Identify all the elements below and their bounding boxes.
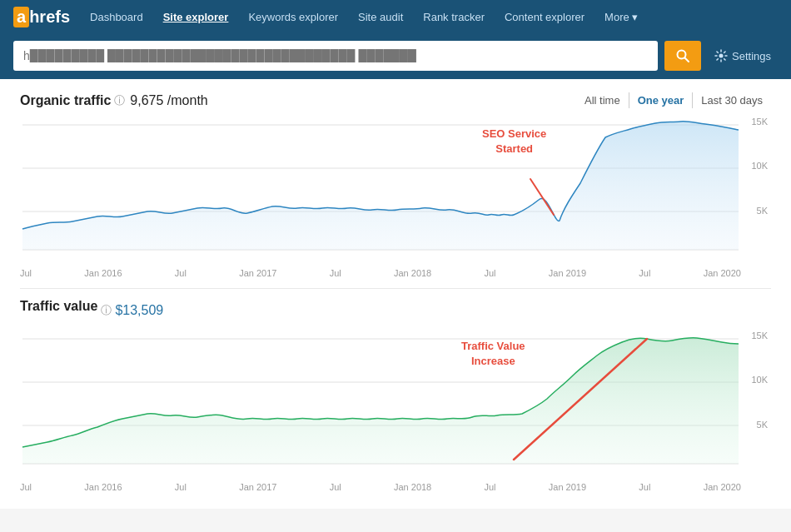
tv-y-label-5k: 5K xyxy=(757,420,768,430)
svg-line-1 xyxy=(685,58,689,62)
logo-a-letter: a xyxy=(13,7,29,27)
tv-x-label-jan-2019: Jan 2019 xyxy=(549,482,586,492)
time-filter-all-time[interactable]: All time xyxy=(576,92,629,108)
x-label-jan-2020: Jan 2020 xyxy=(704,268,741,278)
organic-traffic-title-group: Organic traffic ⓘ 9,675 /month xyxy=(20,93,208,108)
tv-x-label-jul: Jul xyxy=(20,482,32,492)
logo-rest: hrefs xyxy=(29,7,70,27)
traffic-value-header: Traffic value ⓘ $13,509 xyxy=(20,299,771,322)
search-button[interactable] xyxy=(664,41,701,71)
traffic-value-chart-wrapper: 15K 10K 5K xyxy=(20,331,771,480)
x-label-jul-2019: Jul xyxy=(639,268,650,278)
organic-traffic-info-icon[interactable]: ⓘ xyxy=(114,93,125,108)
tv-x-label-jul-2017: Jul xyxy=(330,482,341,492)
svg-point-2 xyxy=(719,54,724,58)
main-content: Organic traffic ⓘ 9,675 /month All time … xyxy=(0,79,791,509)
search-bar: Settings xyxy=(0,34,791,79)
organic-traffic-y-axis: 15K 10K 5K xyxy=(744,117,771,250)
x-label-jul-2018: Jul xyxy=(484,268,495,278)
organic-traffic-chart-wrapper: 15K 10K 5K xyxy=(20,117,771,266)
divider xyxy=(20,288,771,289)
time-filter-last-30-days[interactable]: Last 30 days xyxy=(693,92,771,108)
x-label-jul-2017: Jul xyxy=(330,268,341,278)
tv-x-label-jan-2020: Jan 2020 xyxy=(704,482,741,492)
organic-traffic-header: Organic traffic ⓘ 9,675 /month All time … xyxy=(20,92,771,108)
x-label-jan-2017: Jan 2017 xyxy=(239,268,276,278)
tv-x-label-jan-2016: Jan 2016 xyxy=(84,482,122,492)
traffic-value-chart-svg xyxy=(20,331,741,480)
x-label-jan-2016: Jan 2016 xyxy=(84,268,122,278)
x-label-jan-2019: Jan 2019 xyxy=(549,268,586,278)
logo: ahrefs xyxy=(13,7,70,27)
nav-site-explorer[interactable]: Site explorer xyxy=(155,7,237,27)
tv-x-label-jul-2016: Jul xyxy=(175,482,187,492)
organic-traffic-chart-svg xyxy=(20,117,741,266)
nav-content-explorer[interactable]: Content explorer xyxy=(496,7,593,27)
header: ahrefs Dashboard Site explorer Keywords … xyxy=(0,0,791,79)
time-filter-one-year[interactable]: One year xyxy=(629,92,694,108)
x-label-jul-2015: Jul xyxy=(20,268,32,278)
nav-rank-tracker[interactable]: Rank tracker xyxy=(415,7,493,27)
nav-keywords-explorer[interactable]: Keywords explorer xyxy=(240,7,346,27)
tv-x-label-jul-2019: Jul xyxy=(639,482,650,492)
organic-traffic-chart-container: 15K 10K 5K xyxy=(20,117,771,278)
traffic-value-x-axis: Jul Jan 2016 Jul Jan 2017 Jul Jan 2018 J… xyxy=(20,482,771,492)
x-label-jul-2016: Jul xyxy=(175,268,187,278)
organic-traffic-x-axis: Jul Jan 2016 Jul Jan 2017 Jul Jan 2018 J… xyxy=(20,268,771,278)
search-icon xyxy=(675,48,690,63)
search-input[interactable] xyxy=(13,41,658,71)
tv-x-label-jan-2017: Jan 2017 xyxy=(239,482,276,492)
traffic-value-title: Traffic value xyxy=(20,299,97,314)
organic-traffic-title: Organic traffic xyxy=(20,93,111,108)
organic-traffic-value: 9,675 /month xyxy=(130,93,207,108)
gear-icon xyxy=(714,49,728,62)
settings-label: Settings xyxy=(732,50,771,62)
nav-site-audit[interactable]: Site audit xyxy=(350,7,411,27)
traffic-value-y-axis: 15K 10K 5K xyxy=(744,331,771,464)
tv-x-label-jul-2018: Jul xyxy=(484,482,495,492)
nav-more[interactable]: More ▾ xyxy=(596,7,646,27)
y-label-5k: 5K xyxy=(757,206,768,216)
nav-bar: ahrefs Dashboard Site explorer Keywords … xyxy=(0,0,791,34)
traffic-value-section: Traffic value ⓘ $13,509 15K 10K 5K xyxy=(20,299,771,492)
tv-y-label-15k: 15K xyxy=(751,331,768,341)
tv-y-label-10k: 10K xyxy=(751,375,768,385)
y-label-10k: 10K xyxy=(751,161,768,171)
tv-x-label-jan-2018: Jan 2018 xyxy=(394,482,431,492)
time-filters: All time One year Last 30 days xyxy=(576,92,771,108)
settings-button[interactable]: Settings xyxy=(708,46,778,66)
y-label-15k: 15K xyxy=(751,117,768,127)
traffic-value-amount: $13,509 xyxy=(115,303,163,318)
nav-dashboard[interactable]: Dashboard xyxy=(82,7,152,27)
traffic-value-info-icon[interactable]: ⓘ xyxy=(101,303,112,318)
x-label-jan-2018: Jan 2018 xyxy=(394,268,431,278)
